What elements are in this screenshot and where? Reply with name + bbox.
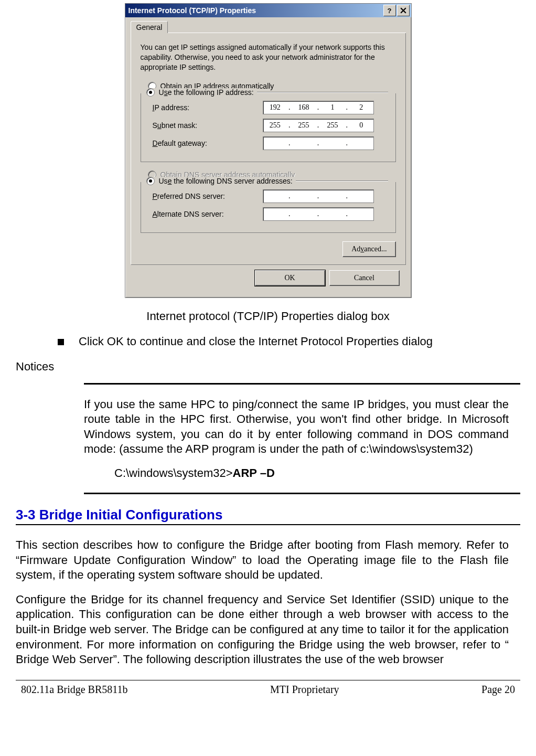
paragraph-1: This section describes how to configure … <box>16 538 509 583</box>
tab-general[interactable]: General <box>131 21 168 33</box>
label-ip: IP address: <box>153 103 263 112</box>
close-button[interactable] <box>397 5 410 16</box>
divider <box>84 493 520 494</box>
bullet-item: Click OK to continue and close the Inter… <box>58 335 520 348</box>
command-bold: ARP –D <box>233 466 275 480</box>
tab-strip: General <box>131 20 406 33</box>
tcpip-properties-dialog: Internet Protocol (TCP/IP) Properties ? … <box>125 3 412 298</box>
section-heading: 3-3 Bridge Initial Configurations <box>16 507 520 523</box>
help-button[interactable]: ? <box>383 5 396 16</box>
bullet-text: Click OK to continue and close the Inter… <box>79 335 433 348</box>
divider <box>84 383 520 385</box>
bullet-icon <box>58 339 64 345</box>
section-divider <box>16 524 520 525</box>
radio-icon <box>146 88 155 97</box>
radio-label: Use the following IP address: <box>159 88 254 97</box>
radio-use-ip[interactable]: Use the following IP address: <box>146 88 257 97</box>
footer-center: MTI Proprietary <box>270 684 339 696</box>
ip-address-input[interactable]: 192. 168. 1. 2 <box>263 101 374 114</box>
description-text: You can get IP settings assigned automat… <box>141 42 396 72</box>
dialog-title: Internet Protocol (TCP/IP) Properties <box>128 6 382 15</box>
footer-right: Page 20 <box>481 684 515 696</box>
notices-heading: Notices <box>16 360 520 374</box>
label-subnet: Subnet mask: <box>153 121 263 130</box>
subnet-mask-input[interactable]: 255. 255. 255. 0 <box>263 119 374 132</box>
close-icon <box>400 7 406 14</box>
preferred-dns-input[interactable]: . . . <box>263 189 374 203</box>
radio-icon <box>146 177 155 185</box>
command-prefix: C:\windows\system32> <box>114 466 233 480</box>
default-gateway-input[interactable]: . . . <box>263 136 374 150</box>
radio-use-dns[interactable]: Use the following DNS server addresses: <box>146 177 296 185</box>
figure-caption: Internet protocol (TCP/IP) Properties di… <box>16 310 520 323</box>
ok-button[interactable]: OK <box>255 270 325 286</box>
footer-left: 802.11a Bridge BR5811b <box>21 684 128 696</box>
command-line: C:\windows\system32>ARP –D <box>114 466 520 480</box>
advanced-button[interactable]: Advanced... <box>342 241 395 257</box>
notice-body: If you use the same HPC to ping/connect … <box>84 397 509 457</box>
dialog-titlebar: Internet Protocol (TCP/IP) Properties ? <box>125 4 411 17</box>
label-gateway: Default gateway: <box>153 139 263 147</box>
paragraph-2: Configure the Bridge for its channel fre… <box>16 592 509 667</box>
footer-divider <box>16 680 520 680</box>
label-pref-dns: Preferred DNS server: <box>153 192 263 200</box>
page-footer: 802.11a Bridge BR5811b MTI Proprietary P… <box>16 684 520 706</box>
cancel-button[interactable]: Cancel <box>329 270 400 286</box>
alternate-dns-input[interactable]: . . . <box>263 207 374 221</box>
label-alt-dns: Alternate DNS server: <box>153 210 263 218</box>
radio-label: Use the following DNS server addresses: <box>159 177 293 185</box>
